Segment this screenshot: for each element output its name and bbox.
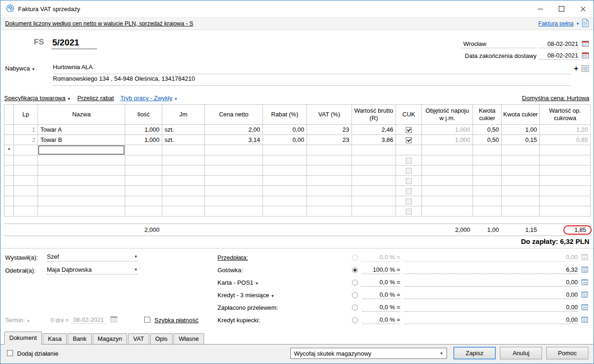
merchant-credit-amount-field[interactable]: 0,00 [404,316,578,324]
cell-wartosc-op[interactable]: 0,65 [540,135,591,145]
buyer-address-field[interactable]: Romanowskiego 134 , 54-948 Oleśnica, 134… [53,75,571,86]
cash-percent-field[interactable]: 100,0 % = [362,266,400,274]
save-button[interactable]: Zapisz [453,347,496,359]
tab-bank[interactable]: Bank [68,333,92,344]
cell-vat[interactable]: 23 [307,125,352,135]
cell-kwota-cukier-2[interactable]: 0,15 [502,135,540,145]
credit-calculator-icon[interactable] [581,292,588,299]
maximize-button[interactable] [551,0,572,17]
default-price-link[interactable]: Domyślna cena: Hurtowa [522,95,589,102]
col-header-kwota-cukier-2: Kwota cukier [502,105,540,125]
cell-nazwa[interactable]: Towar A [38,125,125,135]
quick-payment-checkbox[interactable] [144,317,150,323]
empty-item-row[interactable] [5,176,591,186]
credit-selector[interactable]: Kredyt - 3 miesiące ▼ [217,292,352,299]
cell-rabat[interactable]: 0,00 [263,135,307,145]
tab-dokument[interactable]: Dokument [4,332,42,345]
tab-kasa[interactable]: Kasa [43,333,67,344]
term-selector[interactable]: Termin: ▼ [5,317,30,324]
cash-amount-field[interactable]: 6,32 [404,266,578,274]
transfer-radio[interactable] [352,305,358,311]
cell-lp[interactable]: 2 [14,135,38,145]
new-item-row[interactable]: * [5,145,591,155]
merchant-credit-calculator-icon[interactable] [581,317,588,324]
cell-kwota-cukier-1[interactable]: 0,50 [473,135,502,145]
empty-item-row[interactable] [5,186,591,196]
issue-date-field[interactable]: 08-02-2021 [539,40,579,48]
cell-jm[interactable]: szt. [162,135,205,145]
specification-menu[interactable]: Specyfikacja towarowa ▼ [4,95,71,102]
merchant-credit-radio[interactable] [352,317,358,323]
buyer-selector[interactable]: Nabywca ▼ [5,65,35,72]
cell-objetosc[interactable]: 1,000 [422,135,473,145]
cell-jm[interactable]: szt. [162,125,205,135]
stock-effect-dropdown[interactable]: Wycofaj skutek magazynowy ▼ [290,348,447,359]
item-row-2[interactable]: 2 Towar B 1,000 szt. 3,14 0,00 23 3,86 1… [5,135,591,145]
cell-kwota-cukier-2[interactable]: 1,00 [502,125,540,135]
card-percent-field[interactable]: 0,0 % = [362,279,400,287]
cell-rabat[interactable]: 0,00 [263,125,307,135]
item-row-1[interactable]: 1 Towar A 1,000 szt. 2,00 0,00 23 2,46 1… [5,125,591,135]
card-selector[interactable]: Karta - POS1 ▼ [217,279,352,286]
add-buyer-icon[interactable]: + [574,64,578,73]
doc-number-field[interactable]: 5/2021 [51,38,97,49]
cell-wartosc-brutto[interactable]: 3,86 [352,135,396,145]
transfer-amount-field[interactable]: 0,00 [404,304,578,312]
cancel-button[interactable]: Anuluj [500,347,542,359]
cuk-checkbox-row-1[interactable] [406,127,412,133]
invoice-type-chevron-icon[interactable]: ▼ [576,22,580,26]
empty-item-row[interactable] [5,196,591,206]
tab-opis[interactable]: Opis [150,333,173,344]
tab-magazyn[interactable]: Magazyn [93,333,128,344]
delivery-date-calendar-icon[interactable] [582,52,589,60]
city-field[interactable]: Wrocław [461,40,537,48]
calculation-settings-link[interactable]: Dokument liczony według cen netto w walu… [5,20,193,27]
cell-kwota-cukier-1[interactable]: 0,50 [473,125,502,135]
received-by-combo[interactable]: Maja Dąbrowska ▼ [47,266,138,275]
work-mode-menu[interactable]: Tryb pracy - Zwykły ▼ [121,95,178,102]
quick-payment-label[interactable]: Szybka płatność [154,317,198,324]
cell-ilosc[interactable]: 1,000 [125,135,162,145]
cell-nazwa[interactable]: Towar B [38,135,125,145]
cell-wartosc-brutto[interactable]: 2,46 [352,125,396,135]
delivery-date-field[interactable]: 08-02-2021 [539,52,579,60]
item-name-input[interactable] [38,146,124,154]
cash-calculator-icon[interactable] [581,267,588,274]
invoice-type-link[interactable]: Faktura pełna [538,20,574,27]
cell-vat[interactable]: 23 [307,135,352,145]
issue-date-calendar-icon[interactable] [582,40,589,48]
empty-item-row[interactable] [5,206,591,217]
minimize-button[interactable] [530,0,551,17]
empty-item-row[interactable] [5,166,591,176]
document-icon[interactable] [582,19,589,29]
transfer-calculator-icon[interactable] [581,304,588,312]
transfer-percent-field[interactable]: 0,0 % = [362,304,400,312]
credit-radio[interactable] [352,292,358,298]
card-amount-field[interactable]: 0,00 [404,279,578,287]
buyer-list-icon[interactable] [581,65,589,73]
add-action-checkbox[interactable] [7,350,13,356]
tab-wlasne[interactable]: Własne [173,333,204,344]
items-table: Lp Nazwa Ilość Jm Cena netto Rabat (%) V… [4,104,591,217]
credit-amount-field[interactable]: 0,00 [404,291,578,299]
card-radio[interactable] [352,280,358,286]
issued-by-combo[interactable]: Szef ▼ [47,253,138,262]
help-button[interactable]: Pomoc [546,347,588,359]
card-calculator-icon[interactable] [581,279,588,287]
cell-objetosc[interactable]: 1,000 [422,125,473,135]
close-button[interactable] [572,0,594,17]
cash-radio[interactable] [352,267,358,273]
buyer-name-field[interactable]: Hurtownia ALA [53,64,571,74]
cuk-checkbox-row-2[interactable] [406,137,412,143]
merchant-credit-percent-field[interactable]: 0,0 % = [362,316,400,324]
credit-percent-field[interactable]: 0,0 % = [362,291,400,299]
prepayment-label[interactable]: Przedpłata: [217,254,248,261]
cell-cena-netto[interactable]: 3,14 [205,135,263,145]
tab-vat[interactable]: VAT [128,333,149,344]
cell-ilosc[interactable]: 1,000 [125,125,162,135]
recalculate-discount-link[interactable]: Przelicz rabat [77,95,114,102]
cell-cena-netto[interactable]: 2,00 [205,125,263,135]
cell-lp[interactable]: 1 [14,125,38,135]
empty-item-row[interactable] [5,155,591,166]
cell-wartosc-op[interactable]: 1,20 [540,125,591,135]
